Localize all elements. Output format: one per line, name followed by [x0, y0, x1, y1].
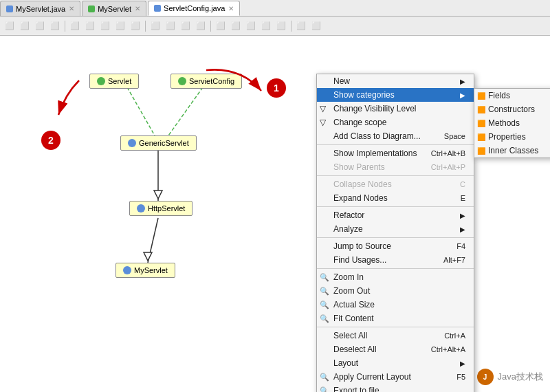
- menu-label-change-visibility: Change Visibility Level: [333, 104, 417, 113]
- menu-item-change-scope[interactable]: ▽ Change scope: [317, 116, 474, 129]
- submenu-item-methods[interactable]: 🟧 Methods: [474, 116, 550, 130]
- menu-label-jump-to-source: Jump to Source: [333, 241, 391, 251]
- menu-item-show-categories[interactable]: Show categories ▶ 🟧 Fields 🟧 Constructor…: [317, 88, 474, 102]
- uml-node-myservlet[interactable]: MyServlet: [116, 263, 175, 278]
- uml-node-servletconfig[interactable]: ServietConfig: [170, 74, 242, 89]
- submenu-item-properties[interactable]: 🟧 Properties: [474, 130, 550, 144]
- uml-node-genericservlet[interactable]: GenericServlet: [120, 135, 197, 151]
- menu-item-fit-content[interactable]: 🔍 Fit Content: [317, 312, 474, 325]
- toolbar-btn-13[interactable]: ⬜: [194, 19, 208, 33]
- annotation-1: 1: [267, 78, 286, 98]
- tab-myservlet-java[interactable]: MyServlet.java ✕: [0, 1, 80, 16]
- toolbar-btn-7[interactable]: ⬜: [98, 19, 112, 33]
- toolbar-btn-9[interactable]: ⬜: [129, 19, 142, 33]
- submenu-item-fields[interactable]: 🟧 Fields: [474, 89, 550, 102]
- expand-shortcut: E: [447, 194, 465, 202]
- add-class-shortcut: Space: [430, 132, 465, 140]
- tab-servletconfig-java[interactable]: ServletConfig.java ✕: [148, 1, 240, 16]
- menu-item-expand-nodes[interactable]: Expand Nodes E: [317, 191, 474, 205]
- menu-item-find-usages[interactable]: Find Usages... Alt+F7: [317, 253, 474, 267]
- menu-label-new: New: [333, 76, 350, 86]
- submenu-label-methods: Methods: [488, 118, 520, 128]
- toolbar-btn-12[interactable]: ⬜: [179, 19, 192, 33]
- toolbar-btn-3[interactable]: ⬜: [33, 19, 47, 33]
- uml-node-servlet[interactable]: Servlet: [89, 74, 139, 89]
- annotation-2: 2: [41, 131, 60, 150]
- toolbar-btn-15[interactable]: ⬜: [229, 19, 243, 33]
- menu-item-select-all[interactable]: Select All Ctrl+A: [317, 329, 474, 342]
- toolbar-btn-5[interactable]: ⬜: [68, 19, 82, 33]
- fields-icon: 🟧: [477, 92, 485, 100]
- apply-layout-shortcut: F5: [443, 373, 465, 381]
- menu-label-refactor: Refactor: [333, 210, 364, 220]
- submenu-item-constructors[interactable]: 🟧 Constructors: [474, 102, 550, 116]
- tab-label-myservlet: MyServlet: [98, 5, 131, 13]
- servletconfig-label: ServietConfig: [189, 77, 234, 85]
- menu-item-collapse-nodes[interactable]: Collapse Nodes C: [317, 177, 474, 191]
- toolbar-btn-18[interactable]: ⬜: [274, 19, 288, 33]
- jump-shortcut: F4: [443, 242, 465, 250]
- tab-close-2[interactable]: ✕: [135, 5, 140, 12]
- toolbar-btn-2[interactable]: ⬜: [18, 19, 32, 33]
- constructors-icon: 🟧: [477, 106, 485, 113]
- menu-item-apply-layout[interactable]: 🔍 Apply Current Layout F5: [317, 370, 474, 384]
- menu-label-expand-nodes: Expand Nodes: [333, 193, 388, 203]
- menu-item-layout[interactable]: Layout ▶: [317, 356, 474, 370]
- menu-label-zoom-out: Zoom Out: [333, 286, 370, 296]
- apply-layout-icon: 🔍: [320, 373, 329, 382]
- toolbar-btn-11[interactable]: ⬜: [164, 19, 177, 33]
- menu-item-actual-size[interactable]: 🔍 Actual Size: [317, 298, 474, 312]
- menu-item-show-parents[interactable]: Show Parents Ctrl+Alt+P: [317, 160, 474, 174]
- toolbar-btn-1[interactable]: ⬜: [3, 19, 16, 33]
- servlet-icon: [97, 77, 105, 85]
- properties-icon: 🟧: [477, 133, 485, 141]
- submenu-label-fields: Fields: [488, 91, 510, 100]
- toolbar-btn-4[interactable]: ⬜: [48, 19, 62, 33]
- toolbar-btn-20[interactable]: ⬜: [309, 19, 323, 33]
- new-arrow-icon: ▶: [460, 78, 465, 85]
- tab-bar: MyServlet.java ✕ MyServlet ✕ ServletConf…: [0, 0, 550, 17]
- change-scope-icon: ▽: [320, 118, 326, 127]
- menu-label-export: Export to file: [333, 386, 380, 392]
- watermark-logo: J: [477, 369, 494, 385]
- menu-item-jump-to-source[interactable]: Jump to Source F4: [317, 239, 474, 253]
- menu-item-add-class-diagram[interactable]: Add Class to Diagram... Space: [317, 129, 474, 143]
- show-impl-shortcut: Ctrl+Alt+B: [417, 149, 465, 157]
- toolbar-btn-14[interactable]: ⬜: [214, 19, 228, 33]
- show-parents-shortcut: Ctrl+Alt+P: [417, 163, 465, 171]
- svg-marker-3: [154, 190, 162, 199]
- toolbar-btn-8[interactable]: ⬜: [113, 19, 127, 33]
- tab-close-1[interactable]: ✕: [69, 5, 74, 12]
- menu-item-new[interactable]: New ▶: [317, 74, 474, 88]
- zoom-in-icon: 🔍: [320, 273, 329, 282]
- menu-item-analyze[interactable]: Analyze ▶: [317, 222, 474, 236]
- menu-label-fit-content: Fit Content: [333, 314, 374, 323]
- analyze-arrow-icon: ▶: [460, 226, 465, 233]
- menu-item-deselect-all[interactable]: Deselect All Ctrl+Alt+A: [317, 342, 474, 356]
- svg-marker-5: [144, 252, 152, 261]
- menu-item-export[interactable]: 🔍 Export to file: [317, 384, 474, 392]
- toolbar-btn-19[interactable]: ⬜: [294, 19, 308, 33]
- deselect-shortcut: Ctrl+Alt+A: [417, 345, 465, 353]
- menu-item-show-implementations[interactable]: Show Implementations Ctrl+Alt+B: [317, 146, 474, 160]
- toolbar-btn-6[interactable]: ⬜: [83, 19, 97, 33]
- tab-icon-servletconfig: [154, 5, 161, 12]
- toolbar-btn-17[interactable]: ⬜: [259, 19, 273, 33]
- uml-node-httpservlet[interactable]: HttpServlet: [129, 201, 192, 216]
- sep-6: [317, 327, 474, 327]
- menu-item-change-visibility[interactable]: ▽ Change Visibility Level: [317, 102, 474, 116]
- submenu-item-inner-classes[interactable]: 🟧 Inner Classes: [474, 144, 550, 157]
- sep-2: [317, 175, 474, 176]
- servlet-label: Servlet: [108, 77, 131, 85]
- toolbar: ⬜ ⬜ ⬜ ⬜ ⬜ ⬜ ⬜ ⬜ ⬜ ⬜ ⬜ ⬜ ⬜ ⬜ ⬜ ⬜ ⬜ ⬜ ⬜ ⬜: [0, 17, 550, 36]
- myservlet-label: MyServlet: [134, 266, 168, 274]
- menu-item-zoom-out[interactable]: 🔍 Zoom Out: [317, 284, 474, 298]
- sep-3: [317, 206, 474, 207]
- tab-myservlet[interactable]: MyServlet ✕: [82, 1, 146, 16]
- toolbar-btn-16[interactable]: ⬜: [244, 19, 258, 33]
- toolbar-btn-10[interactable]: ⬜: [148, 19, 162, 33]
- menu-item-refactor[interactable]: Refactor ▶: [317, 208, 474, 222]
- tab-close-3[interactable]: ✕: [228, 5, 234, 12]
- menu-label-deselect-all: Deselect All: [333, 345, 377, 354]
- menu-item-zoom-in[interactable]: 🔍 Zoom In: [317, 270, 474, 284]
